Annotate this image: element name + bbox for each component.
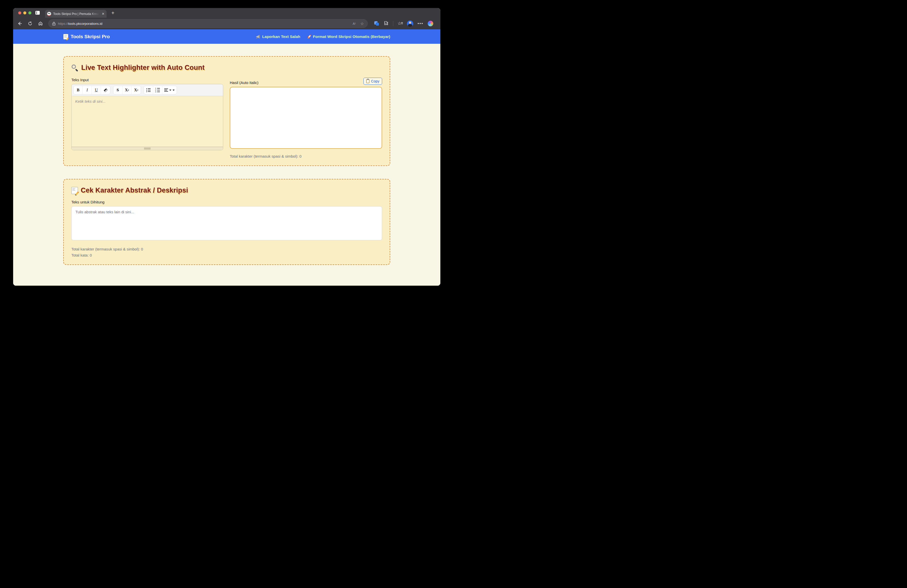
more-menu-icon[interactable]: ••• [418,21,423,26]
megaphone-icon [256,35,261,39]
abstract-card: Cek Karakter Abstrak / Deskripsi Teks un… [63,179,390,265]
memo-pencil-icon [71,187,78,194]
tab-strip: Pk Tools Skripsi Pro | Pemuda Krea ✕ + [13,8,440,18]
tab-title: Tools Skripsi Pro | Pemuda Krea [53,12,101,16]
home-icon[interactable] [38,21,43,26]
back-icon[interactable] [17,21,22,26]
page-content: Live Text Highlighter with Auto Count Te… [13,44,440,286]
lock-icon[interactable] [52,22,56,26]
clean-format-button[interactable] [101,86,110,94]
text-input-area[interactable]: Ketik teks di sini... [72,96,223,147]
align-icon [164,88,168,92]
profile-avatar[interactable] [407,21,413,27]
read-aloud-icon[interactable]: A⁾ [353,22,356,26]
input-label: Teks Input [71,78,223,82]
editor-resize-handle[interactable] [72,147,223,150]
result-output-box[interactable] [230,87,382,149]
tab-sidebar-toggle-icon[interactable] [35,11,40,15]
grip-icon [144,147,151,150]
bullet-list-button[interactable] [144,86,153,94]
url-scheme: https:// [58,22,68,26]
bold-button[interactable]: B [74,86,83,94]
abstract-word-count-text: Total kata: 0 [71,253,382,257]
ordered-list-button[interactable]: 1 2 3 [153,86,162,94]
superscript-button[interactable]: X2 [122,86,131,94]
ordered-list-icon: 1 2 3 [155,88,160,92]
eraser-icon [104,88,107,92]
memo-icon [63,34,68,40]
underline-button[interactable]: U [92,86,101,94]
site-header: Tools Skripsi Pro Laporkan Text Salah Fo… [13,29,440,44]
site-title: Tools Skripsi Pro [63,34,110,40]
result-label: Hasil (Auto Italic) [230,80,258,85]
rocket-icon [306,34,312,40]
favorites-collections-icon[interactable]: ☆ [397,21,403,26]
report-text-link[interactable]: Laporkan Text Salah [256,34,300,39]
extensions-icon[interactable] [384,21,389,27]
char-count-text: Total karakter (termasuk spasi & simbol)… [230,154,382,159]
minimize-window-button[interactable] [23,11,26,14]
abstract-input-label: Teks untuk Dihitung [71,200,382,204]
chevron-down-icon [169,90,171,91]
abstract-textarea[interactable] [71,206,382,240]
toolbar-divider [393,21,393,26]
traffic-lights [18,11,31,14]
favorite-star-icon[interactable]: ☆ [361,21,364,26]
url-host: tools.pkcorporations.id [68,22,103,26]
tab-favicon: Pk [47,12,51,16]
browser-tab[interactable]: Pk Tools Skripsi Pro | Pemuda Krea ✕ [45,10,107,18]
new-tab-button[interactable]: + [111,10,114,16]
italic-button[interactable]: I [83,86,92,94]
copy-button[interactable]: Copy [364,78,382,85]
subscript-button[interactable]: X2 [131,86,141,94]
browser-window: Pk Tools Skripsi Pro | Pemuda Krea ✕ + h… [13,8,440,286]
align-dropdown[interactable] [162,86,177,94]
zoom-window-button[interactable] [28,11,31,14]
search-icon [71,64,79,71]
format-word-link[interactable]: Format Word Skripsi Otomatis (Berbayar) [307,34,390,39]
abstract-card-title: Cek Karakter Abstrak / Deskripsi [71,186,382,194]
chevron-down-icon [173,90,175,91]
web-page: Tools Skripsi Pro Laporkan Text Salah Fo… [13,29,440,286]
close-window-button[interactable] [18,11,21,14]
copilot-icon[interactable] [428,21,433,26]
abstract-char-count-text: Total karakter (termasuk spasi & simbol)… [71,247,382,251]
highlighter-card-title: Live Text Highlighter with Auto Count [71,64,382,72]
browser-toolbar: https://tools.pkcorporations.id A⁾ ☆ ☆ •… [13,18,440,29]
reload-icon[interactable] [27,21,33,26]
url-text: https://tools.pkcorporations.id [58,22,103,26]
bullet-list-icon [146,88,151,92]
strikethrough-button[interactable]: S [114,86,122,94]
rich-text-editor[interactable]: B I U S X2 X2 [71,84,223,150]
address-bar[interactable]: https://tools.pkcorporations.id A⁾ ☆ [48,19,368,28]
editor-toolbar: B I U S X2 X2 [72,84,223,96]
split-screen-icon[interactable] [374,21,379,26]
highlighter-card: Live Text Highlighter with Auto Count Te… [63,56,390,166]
tab-close-icon[interactable]: ✕ [102,12,104,16]
clipboard-icon [366,79,370,83]
editor-placeholder: Ketik teks di sini... [75,99,106,104]
